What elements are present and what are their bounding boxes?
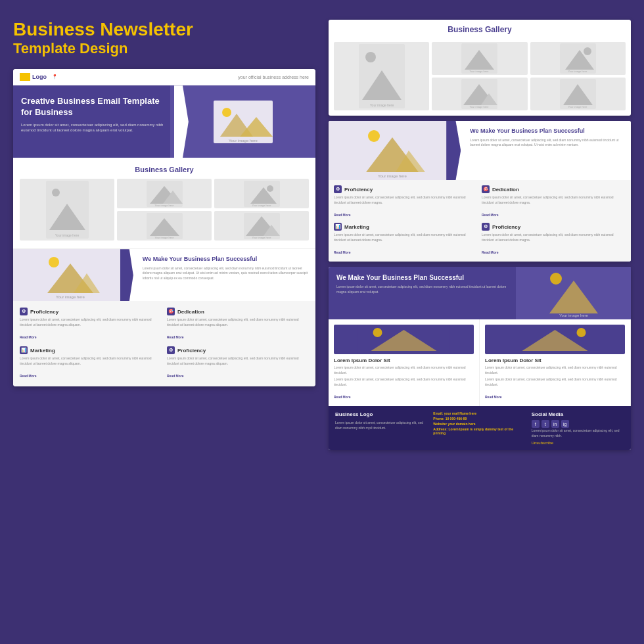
website-value: your domain here: [448, 422, 475, 426]
svg-text:Your image here: Your image here: [252, 204, 271, 207]
svg-point-6: [52, 189, 60, 196]
unsubscribe-link[interactable]: Unsubscribe: [532, 441, 624, 445]
nl-hero: Creative Business Email Template for Bus…: [13, 85, 315, 158]
bizplan-text: We Make Your Business Plan Successful Lo…: [128, 249, 315, 301]
rs-service-body: Lorem ipsum dolor sit amet, consectetuer…: [334, 233, 478, 242]
rs-service-3: 📊 Marketing Lorem ipsum dolor sit amet, …: [334, 223, 478, 256]
service-icon-3: 📊: [20, 346, 28, 354]
card-body1-1: Lorem ipsum dolor sit amet, consectetuer…: [334, 365, 474, 375]
gallery-title: Business Gallery: [20, 166, 309, 173]
rp2-heading: We Make Your Business Plan Successful: [336, 273, 508, 282]
rs-read-more-3[interactable]: Read More: [334, 250, 351, 254]
card-image-2: [485, 325, 625, 354]
right-gallery-card: Business Gallery Your image here Your im…: [329, 20, 631, 116]
read-more-1[interactable]: Read More: [20, 335, 37, 339]
right-column: Business Gallery Your image here Your im…: [329, 20, 631, 450]
service-title: ⚙ Proficiency: [20, 308, 162, 315]
gallery-item-1: Your image here: [117, 179, 212, 208]
facebook-icon[interactable]: f: [532, 420, 540, 428]
service-item-proficiency-2: ⚙ Proficiency Lorem ipsum dolor sit amet…: [167, 346, 309, 380]
website-label: Website:: [433, 422, 447, 426]
footer-website-row: Website: your domain here: [433, 422, 526, 426]
social-icons: f t in ig: [532, 420, 624, 428]
rs-icon-2: 🎯: [482, 185, 490, 193]
email-value: your mail Name here: [444, 411, 476, 415]
read-more-2[interactable]: Read More: [167, 335, 184, 339]
service-title: 🎯 Dedication: [167, 308, 309, 315]
nl-logo: Logo: [20, 73, 47, 81]
phone-label: Phone:: [433, 417, 444, 421]
card-body2-2: Lorem ipsum dolor sit amet, consectetuer…: [485, 377, 625, 387]
svg-rect-0: [214, 101, 273, 143]
read-more-4[interactable]: Read More: [167, 374, 184, 378]
card-body2-1: Lorem ipsum dolor sit amet, consectetuer…: [334, 377, 474, 387]
title-area: Business Newsletter Template Design: [13, 20, 315, 57]
svg-point-30: [365, 52, 376, 62]
footer-social-title: Social Media: [532, 411, 624, 417]
service-body: Lorem ipsum dolor sit amet, consectetuer…: [167, 317, 309, 327]
newsletter-title-line2: Template Design: [13, 40, 315, 57]
card-body1-2: Lorem ipsum dolor sit amet, consectetuer…: [485, 365, 625, 375]
phone-value: 10 000-456-89: [446, 417, 467, 421]
rs-read-more-2[interactable]: Read More: [482, 213, 499, 217]
nl-bizplan: Your image here We Make Your Business Pl…: [13, 248, 315, 301]
rp-inner: We Make Your Business Plan Successful Lo…: [462, 127, 624, 148]
rg-item-3: Your image here: [432, 78, 527, 110]
footer-business-body: Lorem ipsum dolor sit amet, consectetuer…: [335, 420, 428, 430]
left-column: Business Newsletter Template Design Logo…: [13, 20, 315, 450]
footer-address-row: Address: Lorem Ipsum is simply dummy tex…: [433, 427, 526, 435]
hero-mountain-svg: Your image here: [214, 101, 273, 143]
svg-point-58: [373, 328, 382, 337]
rg-item-2: Your image here: [530, 42, 626, 75]
card-title-1: Lorem Ipsum Dolor Sit: [334, 357, 474, 363]
card-read-more-1[interactable]: Read More: [334, 395, 351, 399]
svg-point-27: [49, 257, 59, 267]
rs-icon-3: 📊: [334, 223, 342, 231]
read-more-3[interactable]: Read More: [20, 374, 37, 378]
card-image-1: [334, 325, 474, 354]
hero-image: Your image here: [170, 85, 315, 158]
rs-read-more-4[interactable]: Read More: [482, 250, 499, 254]
rg-item-tall: Your image here: [334, 42, 429, 110]
logo-text: Logo: [32, 74, 47, 80]
card-item-2: Lorem Ipsum Dolor Sit Lorem ipsum dolor …: [480, 319, 631, 406]
card-title-2: Lorem Ipsum Dolor Sit: [485, 357, 625, 363]
rs-service-4: ⚙ Proficiency Lorem ipsum dolor sit amet…: [482, 223, 626, 256]
right-services: ⚙ Proficiency Lorem ipsum dolor sit amet…: [329, 180, 631, 262]
rs-service-body: Lorem ipsum dolor sit amet, consectetuer…: [482, 233, 626, 242]
rs-read-more-1[interactable]: Read More: [334, 213, 351, 217]
rs-icon-1: ⚙: [334, 185, 342, 193]
rp2-image: Your image here: [516, 267, 631, 319]
hero-body: Lorem ipsum dolor sit amet, consectetuer…: [21, 122, 172, 133]
rs-service-title: 📊 Marketing: [334, 223, 478, 231]
rp-heading: We Make Your Business Plan Successful: [470, 127, 624, 135]
svg-text:Your image here: Your image here: [56, 295, 85, 299]
card-read-more-2[interactable]: Read More: [485, 395, 502, 399]
rs-service-1: ⚙ Proficiency Lorem ipsum dolor sit amet…: [334, 185, 478, 219]
right-footer: Business Logo Lorem ipsum dolor sit amet…: [329, 406, 631, 450]
service-item-proficiency-1: ⚙ Proficiency Lorem ipsum dolor sit amet…: [20, 308, 162, 341]
service-icon-4: ⚙: [167, 346, 175, 354]
bizplan-inner: We Make Your Business Plan Successful Lo…: [135, 256, 309, 281]
footer-phone-row: Phone: 10 000-456-89: [433, 417, 526, 421]
twitter-icon[interactable]: t: [541, 420, 549, 428]
svg-text:Your image here: Your image here: [470, 70, 490, 73]
svg-text:Your image here: Your image here: [229, 139, 258, 143]
footer-business: Business Logo Lorem ipsum dolor sit amet…: [335, 411, 428, 445]
gallery-grid: Your image here Your image here: [20, 179, 309, 241]
two-col-cards: Lorem Ipsum Dolor Sit Lorem ipsum dolor …: [329, 319, 631, 406]
rp-text: We Make Your Business Plan Successful Lo…: [455, 121, 631, 180]
email-label: Email:: [433, 411, 443, 415]
rp2-body: Lorem ipsum dolor sit amet, consectetuer…: [336, 285, 508, 294]
rs-service-title: ⚙ Proficiency: [482, 223, 626, 231]
instagram-icon[interactable]: ig: [561, 420, 569, 428]
rg-item-4: Your image here: [530, 78, 626, 110]
rs-service-title: 🎯 Dedication: [482, 185, 626, 193]
bizplan-body: Lorem ipsum dolor sit amet, consectetuer…: [143, 266, 309, 281]
newsletter-title-line1: Business Newsletter: [13, 20, 315, 40]
linkedin-icon[interactable]: in: [551, 420, 559, 428]
svg-point-61: [577, 328, 586, 337]
right-gallery-grid: Your image here Your image here: [329, 39, 631, 116]
service-title: 📊 Marketing: [20, 346, 162, 354]
svg-point-3: [222, 108, 231, 117]
